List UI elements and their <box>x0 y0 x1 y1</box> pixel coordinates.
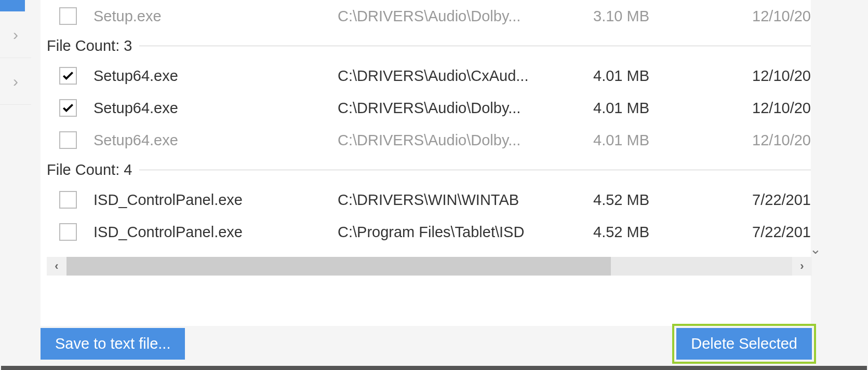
file-path: C:\Program Files\Tablet\ISD <box>338 224 577 241</box>
group-header: File Count: 3 <box>41 32 811 60</box>
file-row[interactable]: Setup64.exeC:\DRIVERS\Audio\Dolby...4.01… <box>41 92 811 124</box>
scroll-down-arrow[interactable]: ⌄ <box>810 241 821 257</box>
group-header-line <box>139 46 811 46</box>
file-path: C:\DRIVERS\WIN\WINTAB <box>338 191 577 209</box>
file-size: 4.01 MB <box>577 132 660 149</box>
file-row[interactable]: ISD_ControlPanel.exeC:\DRIVERS\WIN\WINTA… <box>41 184 811 216</box>
file-path: C:\DRIVERS\Audio\Dolby... <box>338 8 577 25</box>
file-date: 12/10/20 <box>660 8 811 25</box>
file-name: ISD_ControlPanel.exe <box>94 224 338 241</box>
file-date: 7/22/201 <box>660 191 811 209</box>
file-row[interactable]: Setup64.exeC:\DRIVERS\Audio\CxAud...4.01… <box>41 60 811 92</box>
save-to-text-button[interactable]: Save to text file... <box>41 328 185 360</box>
horizontal-scrollbar[interactable]: ‹ › <box>47 257 812 276</box>
file-row[interactable]: ISD_ControlPanel.exeC:\Program Files\Tab… <box>41 216 811 248</box>
file-checkbox[interactable] <box>59 7 77 25</box>
file-size: 4.01 MB <box>577 100 660 117</box>
group-header: File Count: 4 <box>41 156 811 184</box>
file-list: Setup.exeC:\DRIVERS\Audio\Dolby...3.10 M… <box>41 0 811 326</box>
active-tab-indicator <box>0 0 25 11</box>
file-date: 12/10/20 <box>660 100 811 117</box>
sidebar-chevron-1[interactable]: › <box>0 11 31 58</box>
file-row[interactable]: Setup64.exeC:\DRIVERS\Audio\Dolby...4.01… <box>41 124 811 156</box>
delete-selected-button[interactable]: Delete Selected <box>676 328 812 360</box>
file-name: Setup64.exe <box>94 67 338 85</box>
file-checkbox[interactable] <box>59 131 77 149</box>
scrollbar-thumb[interactable] <box>66 257 611 276</box>
scroll-right-arrow[interactable]: › <box>792 257 812 276</box>
scrollbar-track[interactable] <box>66 257 792 276</box>
file-name: Setup64.exe <box>94 100 338 117</box>
file-date: 7/22/201 <box>660 224 811 241</box>
file-path: C:\DRIVERS\Audio\Dolby... <box>338 132 577 149</box>
file-size: 4.52 MB <box>577 224 660 241</box>
file-name: Setup.exe <box>94 8 338 25</box>
file-checkbox[interactable] <box>59 67 77 85</box>
file-size: 4.01 MB <box>577 67 660 85</box>
file-path: C:\DRIVERS\Audio\CxAud... <box>338 67 577 85</box>
file-name: Setup64.exe <box>94 132 338 149</box>
file-name: ISD_ControlPanel.exe <box>94 191 338 209</box>
file-checkbox[interactable] <box>59 223 77 241</box>
file-row[interactable]: Setup.exeC:\DRIVERS\Audio\Dolby...3.10 M… <box>41 0 811 32</box>
left-rail: › › <box>0 0 31 135</box>
footer: Save to text file... Delete Selected <box>41 325 816 362</box>
file-size: 4.52 MB <box>577 191 660 209</box>
group-header-label: File Count: 3 <box>47 37 139 54</box>
file-checkbox[interactable] <box>59 99 77 117</box>
scroll-left-arrow[interactable]: ‹ <box>47 257 66 276</box>
file-date: 12/10/20 <box>660 132 811 149</box>
shadow-divider <box>1 366 867 370</box>
group-header-label: File Count: 4 <box>47 161 139 179</box>
file-size: 3.10 MB <box>577 8 660 25</box>
group-header-line <box>139 170 811 170</box>
file-path: C:\DRIVERS\Audio\Dolby... <box>338 100 577 117</box>
delete-selected-highlight: Delete Selected <box>672 324 816 364</box>
file-date: 12/10/20 <box>660 67 811 85</box>
sidebar-chevron-2[interactable]: › <box>0 58 31 105</box>
file-checkbox[interactable] <box>59 191 77 209</box>
